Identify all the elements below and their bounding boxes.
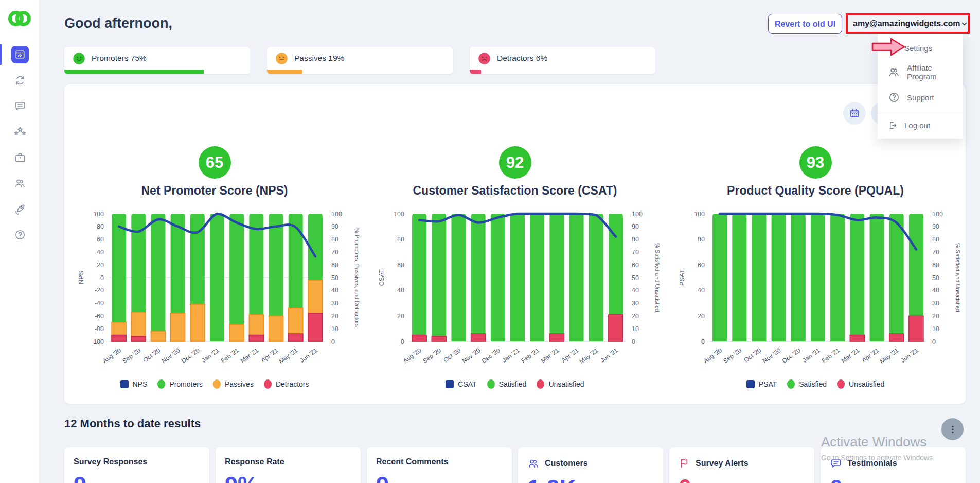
- menu-item-support[interactable]: Support: [878, 86, 963, 109]
- svg-text:-40: -40: [95, 300, 104, 307]
- sidebar-item-help[interactable]: [0, 225, 40, 245]
- result-card-title: Testimonials: [847, 459, 897, 468]
- legend-label: PSAT: [759, 380, 777, 388]
- help-icon: [888, 91, 900, 104]
- app-logo[interactable]: [6, 7, 33, 30]
- summary-card-detractors[interactable]: Detractors 6%: [470, 47, 655, 74]
- legend-label: Unsatisfied: [548, 380, 584, 388]
- sidebar-item-comments[interactable]: [0, 96, 40, 116]
- svg-text:80: 80: [932, 236, 939, 243]
- summary-progress-track: [64, 70, 250, 74]
- svg-text:Oct '20: Oct '20: [743, 347, 763, 364]
- svg-text:100: 100: [331, 211, 342, 218]
- score-circle-pqual: 93: [799, 146, 832, 179]
- svg-text:10: 10: [932, 325, 939, 333]
- chevron-down-icon: [960, 20, 968, 28]
- svg-text:40: 40: [932, 287, 939, 294]
- account-menu-trigger annotation-highlight-box[interactable]: amy@amazingwidgets.com: [846, 13, 970, 34]
- svg-text:0: 0: [932, 338, 936, 346]
- chart-legend-pqual: PSAT Satisfied Unsatisfied: [746, 380, 885, 389]
- users-icon: [888, 66, 900, 78]
- legend-item: Unsatisfied: [537, 380, 584, 389]
- sync-icon: [14, 74, 26, 87]
- svg-text:Nov '20: Nov '20: [161, 347, 182, 365]
- svg-text:Aug '20: Aug '20: [702, 347, 723, 365]
- svg-text:Dec '20: Dec '20: [180, 347, 201, 365]
- result-card-customers[interactable]: Customers 1.2K: [518, 447, 663, 483]
- summary-card-label: Passives 19%: [294, 54, 344, 63]
- svg-text:Mar '21: Mar '21: [540, 347, 561, 365]
- svg-text:Aug '20: Aug '20: [402, 347, 423, 365]
- svg-text:Sep '20: Sep '20: [121, 347, 142, 365]
- svg-text:20: 20: [97, 262, 104, 269]
- result-card-title: Customers: [545, 459, 588, 468]
- menu-item-label: Affiliate Program: [907, 63, 959, 81]
- svg-text:70: 70: [331, 249, 338, 256]
- calendar-button[interactable]: [843, 102, 866, 125]
- legend-item: Satisfied: [487, 380, 527, 389]
- svg-text:90: 90: [632, 223, 639, 230]
- svg-text:100: 100: [93, 211, 104, 218]
- x-axis-labels: Aug '20Sep '20Oct '20Nov '20Dec '20Jan '…: [101, 347, 319, 365]
- chart-title-csat: Customer Satisfaction Score (CSAT): [413, 184, 617, 199]
- account-dropdown-menu: Settings Affiliate Program Support Log o…: [878, 34, 963, 139]
- svg-text:70: 70: [632, 249, 639, 256]
- users-icon: [527, 457, 540, 470]
- svg-text:40: 40: [331, 287, 338, 294]
- result-card-testimonials[interactable]: Testimonials 0: [821, 447, 966, 483]
- charts-row: 65 Net Promoter Score (NPS) 100806040200…: [64, 146, 966, 389]
- legend-swatch: [537, 380, 544, 389]
- summary-card-passives[interactable]: Passives 19%: [267, 47, 453, 74]
- svg-text:0: 0: [100, 274, 104, 282]
- revert-to-old-ui-button[interactable]: Revert to old UI: [768, 14, 842, 34]
- sidebar: [0, 0, 40, 483]
- result-card-survey-responses[interactable]: Survey Responses 9: [64, 447, 209, 483]
- legend-label: Passives: [225, 380, 254, 388]
- sidebar-item-sync[interactable]: [0, 70, 40, 91]
- sidebar-item-people[interactable]: [0, 173, 40, 194]
- svg-text:50: 50: [932, 274, 939, 282]
- result-card-recent-comments[interactable]: Recent Comments 9: [367, 447, 512, 483]
- menu-item-label: Support: [907, 93, 934, 102]
- result-card-value: 9: [376, 473, 503, 483]
- comment-icon: [14, 100, 26, 112]
- svg-text:Jan '21: Jan '21: [801, 347, 822, 364]
- svg-text:60: 60: [632, 262, 639, 269]
- left-axis-title: PSAT: [679, 269, 686, 286]
- result-card-value: 1.2K: [527, 476, 654, 483]
- summary-card-promoters[interactable]: Promoters 75%: [64, 47, 250, 74]
- results-options-button[interactable]: [941, 418, 964, 440]
- page-greeting: Good afternoon,: [64, 15, 172, 31]
- sidebar-item-campaigns[interactable]: [0, 199, 40, 219]
- sidebar-item-work[interactable]: [0, 147, 40, 168]
- summary-progress-track: [267, 70, 453, 74]
- legend-item: Satisfied: [787, 380, 827, 389]
- sidebar-item-dashboard[interactable]: [0, 44, 40, 65]
- svg-text:Apr '21: Apr '21: [560, 347, 580, 364]
- summary-cards-row: Promoters 75% Passives 19% Detractors 6%: [64, 47, 655, 74]
- menu-item-settings[interactable]: Settings: [878, 38, 963, 58]
- bars-group: [712, 214, 923, 341]
- svg-text:Nov '20: Nov '20: [761, 347, 782, 365]
- legend-item: Promoters: [157, 380, 203, 389]
- left-axis-title: NPS: [78, 271, 85, 284]
- calendar-icon: [849, 108, 860, 119]
- menu-item-log-out[interactable]: Log out: [878, 115, 963, 135]
- svg-text:May '21: May '21: [879, 347, 900, 365]
- svg-text:80: 80: [397, 236, 404, 243]
- result-card-survey-alerts[interactable]: Survey Alerts 0: [669, 447, 814, 483]
- chart-title-nps: Net Promoter Score (NPS): [141, 184, 288, 199]
- svg-text:Mar '21: Mar '21: [840, 347, 861, 365]
- chart-legend-nps: NPS Promoters Passives Detractors: [120, 380, 309, 389]
- menu-item-affiliate-program[interactable]: Affiliate Program: [878, 58, 963, 86]
- svg-text:60: 60: [397, 262, 404, 269]
- svg-text:Feb '21: Feb '21: [821, 347, 842, 365]
- svg-text:Sep '20: Sep '20: [722, 347, 743, 365]
- svg-text:90: 90: [331, 223, 338, 230]
- svg-text:Feb '21: Feb '21: [220, 347, 241, 365]
- menu-item-label: Log out: [904, 121, 930, 130]
- summary-progress-fill: [64, 70, 204, 74]
- sidebar-item-leaderboard[interactable]: [0, 122, 40, 142]
- svg-text:80: 80: [632, 236, 639, 243]
- result-card-response-rate[interactable]: Response Rate 9%: [216, 447, 361, 483]
